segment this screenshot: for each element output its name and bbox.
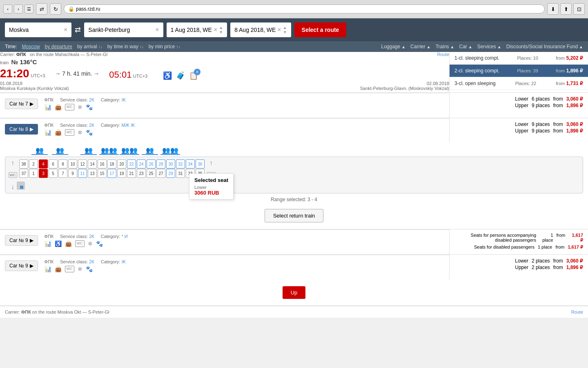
seat-21[interactable]: 21 <box>127 169 136 178</box>
fullscreen-button[interactable]: ⊡ <box>573 3 585 15</box>
seat-34[interactable]: 34 <box>186 159 195 168</box>
to-input[interactable] <box>88 27 154 33</box>
seat-4[interactable]: 4 <box>39 159 48 168</box>
up-right-scroll-icon[interactable]: ↑ <box>209 159 213 167</box>
car-filter[interactable]: Car ▲ <box>459 44 472 49</box>
date1-up-arrow[interactable]: ▲ <box>219 26 223 30</box>
date1-down-arrow[interactable]: ▼ <box>219 30 223 34</box>
date2-field[interactable]: 8 Aug 2018, WE × ▲ ▼ <box>230 22 291 37</box>
seat-8[interactable]: 8 <box>58 159 67 168</box>
back-button[interactable]: ‹ <box>3 4 12 13</box>
seat-38[interactable]: 38 <box>19 159 28 168</box>
sidebar-button[interactable]: ☰ <box>24 4 33 13</box>
seat-14[interactable]: 14 <box>88 159 97 168</box>
seat-5[interactable]: 5 <box>49 169 58 178</box>
seat-7[interactable]: 7 <box>58 169 67 178</box>
car9a-service-class[interactable]: 2К <box>89 234 94 239</box>
seat-37[interactable]: 37 <box>19 169 28 178</box>
date1-arrows[interactable]: ▲ ▼ <box>219 26 223 34</box>
seat-2[interactable]: 2 <box>29 159 38 168</box>
seat-24[interactable]: 24 <box>137 159 146 168</box>
from-clear-button[interactable]: × <box>64 26 67 34</box>
car7-header-section: Car № 7 ▶ ФПК Service class: 2К Category… <box>0 93 449 118</box>
car7-button[interactable]: Car № 7 ▶ <box>5 99 38 109</box>
date2-arrows[interactable]: ▲ ▼ <box>283 26 287 34</box>
by-min-price-filter[interactable]: by min price ↑↓ <box>149 44 180 49</box>
seat-3[interactable]: 3 <box>39 169 48 178</box>
seat-18[interactable]: 18 <box>107 159 116 168</box>
seat-19[interactable]: 19 <box>117 169 126 178</box>
car7-service-class[interactable]: 2К <box>89 97 94 102</box>
seat-9[interactable]: 9 <box>68 169 77 178</box>
share2-button[interactable]: ⬆ <box>560 3 572 15</box>
date2-up-arrow[interactable]: ▲ <box>283 26 287 30</box>
select-route-button[interactable]: Select a route <box>294 22 347 37</box>
luggage-filter[interactable]: Luggage ▲ <box>381 44 405 49</box>
to-clear-button[interactable]: × <box>155 26 159 34</box>
car9a-button[interactable]: Car № 9 ▶ <box>5 235 38 246</box>
by-departure-link[interactable]: by departure <box>45 44 72 49</box>
date2-clear-button[interactable]: × <box>277 26 281 34</box>
address-bar[interactable]: 🔒 pass.rzd.ru <box>64 4 545 13</box>
from-field[interactable]: × <box>5 22 71 37</box>
price-row-1[interactable]: 1-cl. sleeping compt. Places: 10 from 5,… <box>450 52 588 65</box>
price-row-2[interactable]: 2-cl. sleeping compt. Places: 39 from 1,… <box>450 65 588 77</box>
seat-27[interactable]: 27 <box>156 169 165 178</box>
swap-button[interactable]: ⇄ <box>75 25 81 34</box>
select-return-button[interactable]: Select return train <box>265 209 324 222</box>
share-button[interactable]: ⇄ <box>36 3 47 15</box>
car8-service-class[interactable]: 2К <box>89 123 94 128</box>
route-link[interactable]: Route <box>437 52 449 57</box>
car7-category[interactable]: Ж <box>121 97 125 102</box>
carrier-filter[interactable]: Carrier ▲ <box>410 44 431 49</box>
seat-23[interactable]: 23 <box>137 169 146 178</box>
date2-down-arrow[interactable]: ▼ <box>283 30 287 34</box>
seat-32[interactable]: 32 <box>176 159 185 168</box>
seat-36[interactable]: 36 <box>196 159 205 168</box>
up-button[interactable]: Up <box>283 286 306 299</box>
from-input[interactable] <box>9 27 62 33</box>
seat-29[interactable]: 29 <box>166 169 175 178</box>
seat-17[interactable]: 17 <box>107 169 116 178</box>
seat-20[interactable]: 20 <box>117 159 126 168</box>
car8-lower-from: from <box>553 121 563 127</box>
seat-10[interactable]: 10 <box>68 159 77 168</box>
download-button[interactable]: ⬇ <box>547 3 559 15</box>
trains-filter[interactable]: Trains ▲ <box>436 44 454 49</box>
date1-clear-button[interactable]: × <box>214 26 217 34</box>
seat-16[interactable]: 16 <box>98 159 107 168</box>
time-moscow-link[interactable]: Moscow <box>22 44 40 49</box>
to-field[interactable]: × <box>84 22 163 37</box>
seat-1[interactable]: 1 <box>29 169 38 178</box>
train-info-row: Carrier: ФПК on the route Mahachkala — S… <box>0 52 588 92</box>
car9b-service-class[interactable]: 2К <box>89 259 94 264</box>
car9b-category[interactable]: Ж <box>121 259 125 264</box>
seat-30[interactable]: 30 <box>166 159 175 168</box>
seat-22[interactable]: 22 <box>127 159 136 168</box>
car9a-category[interactable]: * И <box>121 234 127 239</box>
reload-button[interactable]: ↻ <box>50 3 61 15</box>
seat-12[interactable]: 12 <box>78 159 87 168</box>
seat-11[interactable]: 11 <box>78 169 87 178</box>
seat-26[interactable]: 26 <box>147 159 156 168</box>
down-scroll-icon[interactable]: ↓ <box>11 183 14 191</box>
price-row-3[interactable]: 3-cl. open sleeping Places: 22 from 1,73… <box>450 77 588 90</box>
seat-15[interactable]: 15 <box>98 169 107 178</box>
car8-category[interactable]: МЖ Ж <box>121 123 135 128</box>
by-time-filter[interactable]: by time in way ↑↓ <box>107 44 144 49</box>
services-filter[interactable]: Services ▲ <box>477 44 501 49</box>
discounts-filter[interactable]: Discounts/Social Insurance Fund ▲ <box>506 44 583 49</box>
up-scroll-icon[interactable]: ↑ <box>11 159 14 167</box>
car9b-button[interactable]: Car № 9 ▶ <box>5 260 38 271</box>
by-arrival-filter[interactable]: by arrival ↑↓ <box>77 44 102 49</box>
forward-button[interactable]: › <box>14 4 23 13</box>
car9a-chart-icon: 📊 <box>45 240 51 247</box>
train2-route-link[interactable]: Route <box>571 310 583 314</box>
seat-25[interactable]: 25 <box>147 169 156 178</box>
seat-31[interactable]: 31 <box>176 169 185 178</box>
seat-28[interactable]: 28 <box>156 159 165 168</box>
seat-13[interactable]: 13 <box>88 169 97 178</box>
car8-button[interactable]: Car № 8 ▶ <box>5 124 38 135</box>
date1-field[interactable]: 1 Aug 2018, WE × ▲ ▼ <box>167 22 227 37</box>
seat-6[interactable]: 6 <box>49 159 58 168</box>
